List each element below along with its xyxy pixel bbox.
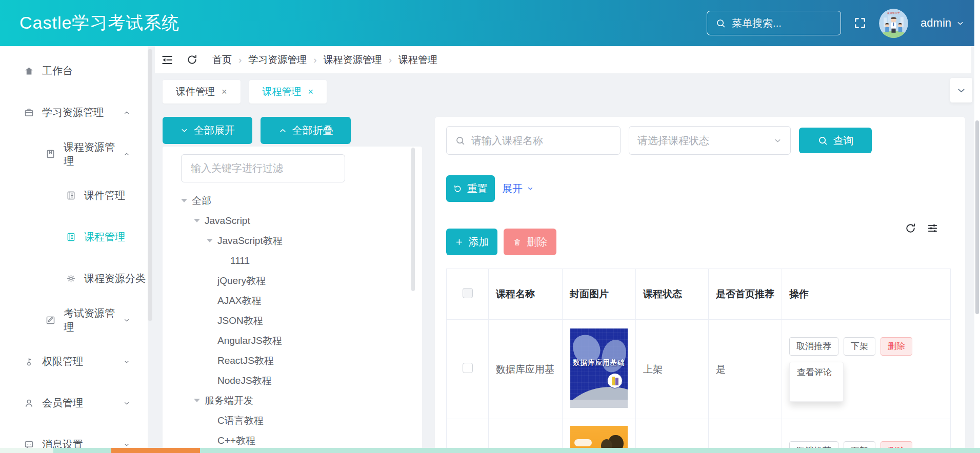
page-scrollbar[interactable]	[974, 0, 980, 453]
row-action-删除[interactable]: 删除	[881, 337, 912, 356]
tabs-more-button[interactable]	[950, 78, 972, 102]
expand-all-button[interactable]: 全部展开	[163, 117, 252, 144]
tree-node-label: AJAX教程	[217, 294, 262, 307]
search-icon	[715, 18, 726, 29]
caret-down-icon[interactable]	[181, 196, 192, 205]
document-icon	[66, 232, 76, 242]
tab-close-icon[interactable]: ×	[308, 87, 314, 97]
expand-filters-link[interactable]: 展开	[502, 182, 534, 196]
tab-label: 课件管理	[176, 85, 215, 98]
sidebar-item-document-3[interactable]: 课件管理	[0, 175, 148, 216]
chevron-down-icon	[956, 19, 965, 28]
tree-node-ReactJS教程[interactable]: ReactJS教程	[163, 351, 422, 370]
sidebar: 工作台学习资源管理课程资源管理课件管理课程管理课程资源分类考试资源管理权限管理会…	[0, 46, 148, 453]
column-settings-icon[interactable]	[927, 222, 938, 234]
course-status-select[interactable]: 请选择课程状态	[629, 126, 791, 155]
tree-node-label: JavaScript教程	[217, 234, 283, 248]
breadcrumb-item[interactable]: 学习资源管理	[248, 53, 307, 67]
tree-node-服务端开发[interactable]: 服务端开发	[163, 390, 422, 410]
course-cover-image: 数据库应用基础	[570, 328, 628, 408]
tree-node-AngularJS教程[interactable]: AngularJS教程	[163, 331, 422, 351]
course-table: 课程名称封面图片课程状态是否首页推荐操作 数据库应用基数据库应用基础上架是取消推…	[446, 269, 951, 453]
course-name-search-box	[446, 126, 621, 155]
sidebar-item-gear-5[interactable]: 课程资源分类	[0, 258, 148, 299]
sidebar-item-user-8[interactable]: 会员管理	[0, 382, 148, 424]
tree-node-JavaScript[interactable]: JavaScript	[163, 211, 422, 231]
breadcrumb-separator: ›	[313, 54, 316, 66]
tree-node-label: C++教程	[217, 434, 255, 447]
sidebar-item-key-7[interactable]: 权限管理	[0, 341, 148, 382]
user-avatar[interactable]: 未成年学生	[879, 9, 908, 38]
refresh-page-icon[interactable]	[186, 54, 198, 66]
chevron-down-icon	[773, 136, 782, 145]
tabs-bar: 课件管理×课程管理×	[155, 80, 971, 105]
tree-node-NodeJS教程[interactable]: NodeJS教程	[163, 370, 422, 390]
sidebar-item-home-0[interactable]: 工作台	[0, 50, 148, 92]
query-button[interactable]: 查询	[799, 128, 872, 153]
select-all-checkbox[interactable]	[463, 288, 473, 298]
page-scrollbar-thumb[interactable]	[975, 120, 979, 314]
tree-node-全部[interactable]: 全部	[163, 191, 422, 211]
key-icon	[24, 356, 34, 367]
caret-down-icon[interactable]	[207, 236, 217, 245]
sidebar-scrollbar-thumb[interactable]	[148, 49, 152, 321]
breadcrumb-item[interactable]: 首页	[212, 53, 232, 67]
caret-down-icon[interactable]	[194, 216, 205, 225]
collapse-all-button[interactable]: 全部折叠	[261, 117, 351, 144]
collapse-sidebar-icon[interactable]	[161, 53, 174, 67]
tab-close-icon[interactable]: ×	[222, 87, 227, 97]
refresh-table-icon[interactable]	[905, 222, 916, 234]
sidebar-item-briefcase-1[interactable]: 学习资源管理	[0, 92, 148, 133]
chevron-down-icon	[527, 185, 534, 192]
tree-filter-input[interactable]	[181, 154, 345, 182]
breadcrumb-item[interactable]: 课程管理	[398, 53, 437, 67]
user-menu[interactable]: admin	[921, 16, 965, 30]
home-icon	[24, 66, 34, 76]
delete-button[interactable]: 删除	[504, 229, 556, 255]
tree-node-label: 全部	[192, 194, 211, 208]
chevron-up-icon	[123, 109, 130, 116]
menu-search-box[interactable]	[707, 11, 841, 35]
recommend-cell: 是	[709, 320, 782, 419]
edit-icon	[45, 315, 56, 325]
sidebar-item-edit-6[interactable]: 考试资源管理	[0, 299, 148, 341]
tree-node-jQuery教程[interactable]: jQuery教程	[163, 271, 422, 291]
column-header-封面图片: 封面图片	[563, 269, 636, 320]
sidebar-item-label: 会员管理	[42, 396, 83, 410]
tree-node-label: 服务端开发	[205, 394, 253, 407]
row-checkbox[interactable]	[463, 363, 473, 373]
tree-node-label: JavaScript	[205, 215, 250, 226]
tab-课程管理[interactable]: 课程管理×	[249, 80, 327, 104]
user-icon	[24, 398, 34, 408]
course-name-input[interactable]	[471, 135, 612, 147]
tree-node-label: NodeJS教程	[217, 374, 272, 387]
breadcrumb-item[interactable]: 课程资源管理	[324, 53, 382, 67]
chevron-down-icon	[123, 400, 130, 407]
tree-node-AJAX教程[interactable]: AJAX教程	[163, 291, 422, 311]
add-button[interactable]: 添加	[446, 229, 497, 255]
table-row: 数据库应用基数据库应用基础上架是取消推荐下架删除查看评论	[447, 320, 951, 419]
row-action-下架[interactable]: 下架	[844, 337, 875, 356]
breadcrumb-separator: ›	[389, 54, 392, 66]
tree-node-JSON教程[interactable]: JSON教程	[163, 311, 422, 331]
reset-button[interactable]: 重置	[446, 175, 495, 202]
sidebar-item-label: 考试资源管理	[64, 306, 115, 334]
sidebar-item-label: 课程资源管理	[64, 140, 115, 168]
caret-down-icon[interactable]	[194, 396, 205, 405]
tree-node-C语言教程[interactable]: C语言教程	[163, 410, 422, 430]
row-action-取消推荐[interactable]: 取消推荐	[789, 337, 838, 356]
column-header-课程状态: 课程状态	[636, 269, 709, 320]
gear-icon	[66, 273, 76, 284]
refresh-left-icon	[453, 184, 462, 193]
tree-node-1111[interactable]: 1111	[163, 251, 422, 271]
row-action-查看评论[interactable]: 查看评论	[789, 362, 844, 402]
sidebar-item-document-4[interactable]: 课程管理	[0, 216, 148, 258]
menu-search-input[interactable]	[732, 17, 824, 29]
tab-课件管理[interactable]: 课件管理×	[163, 80, 241, 104]
tree-node-JavaScript教程[interactable]: JavaScript教程	[163, 231, 422, 251]
tree-scrollbar-thumb[interactable]	[411, 148, 415, 291]
sidebar-item-bookmark-2[interactable]: 课程资源管理	[0, 133, 148, 175]
fullscreen-icon[interactable]	[853, 16, 867, 30]
chevron-up-icon	[278, 126, 287, 135]
breadcrumb-separator: ›	[238, 54, 242, 66]
